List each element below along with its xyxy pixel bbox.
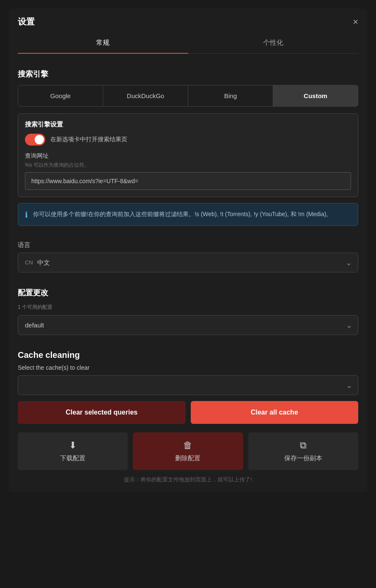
window-header: 设置 ×	[8, 8, 368, 33]
tab-general[interactable]: 常规	[18, 33, 188, 53]
language-select-row: CN 中文 English ⌄	[18, 253, 358, 272]
url-input[interactable]	[25, 172, 351, 190]
language-select[interactable]: 中文 English	[37, 253, 351, 272]
query-url-label: 查询网址	[25, 152, 351, 160]
save-copy-button[interactable]: ⧉ 保存一份副本	[248, 432, 358, 470]
search-settings-title: 搜索引擎设置	[25, 121, 351, 129]
tab-bar: 常规 个性化	[18, 33, 358, 54]
config-section: 配置更改 1 个可用的配置 default ⌄	[8, 280, 368, 335]
cache-subtitle: Select the cache(s) to clear	[18, 364, 358, 371]
config-select-wrapper: default ⌄	[18, 315, 358, 335]
delete-label: 删除配置	[175, 454, 200, 462]
engine-duckduckgo[interactable]: DuckDuckGo	[103, 85, 188, 106]
config-title: 配置更改	[18, 288, 358, 298]
download-config-button[interactable]: ⬇ 下载配置	[18, 432, 128, 470]
download-icon: ⬇	[69, 440, 77, 451]
trash-icon: 🗑	[183, 440, 192, 451]
cache-cleaning-section: Cache cleaning Select the cache(s) to cl…	[8, 343, 368, 424]
toggle-row: 在新选项卡中打开搜索结果页	[25, 134, 351, 146]
engine-bing[interactable]: Bing	[188, 85, 273, 106]
close-button[interactable]: ×	[353, 17, 358, 27]
search-settings-box: 搜索引擎设置 在新选项卡中打开搜索结果页 查询网址 %s 可以作为查询的占位符。	[18, 113, 358, 197]
query-url-hint: %s 可以作为查询的占位符。	[25, 162, 351, 169]
save-copy-label: 保存一份副本	[284, 454, 322, 462]
engine-custom[interactable]: Custom	[273, 85, 358, 106]
config-select[interactable]: default	[18, 315, 358, 335]
search-engine-section: 搜索引擎 Google DuckDuckGo Bing Custom 搜索引擎设…	[8, 54, 368, 226]
settings-window: 设置 × 常规 个性化 搜索引擎 Google DuckDuckGo Bing …	[8, 8, 368, 492]
cache-buttons: Clear selected queries Clear all cache	[18, 401, 358, 424]
info-icon: ℹ	[25, 210, 28, 220]
cache-section-title: Cache cleaning	[18, 350, 358, 360]
delete-config-button[interactable]: 🗑 删除配置	[133, 432, 243, 470]
new-tab-toggle[interactable]	[25, 134, 45, 146]
download-label: 下载配置	[60, 454, 85, 462]
info-text: 你可以使用多个前缀!在你的查询前加入这些前缀将过滤结果。!s (Web), !t…	[33, 209, 332, 219]
lang-prefix: CN	[25, 259, 33, 266]
engine-google[interactable]: Google	[18, 85, 103, 106]
engine-options: Google DuckDuckGo Bing Custom	[18, 85, 358, 107]
tab-personalization[interactable]: 个性化	[188, 33, 359, 53]
clear-selected-button[interactable]: Clear selected queries	[18, 401, 186, 424]
toggle-label: 在新选项卡中打开搜索结果页	[50, 136, 127, 143]
window-title: 设置	[18, 16, 35, 27]
copy-icon: ⧉	[300, 440, 307, 451]
footer-hint: 提示：将你的配置文件拖放到页面上，就可以上传了!	[8, 470, 368, 484]
action-buttons: ⬇ 下载配置 🗑 删除配置 ⧉ 保存一份副本	[18, 432, 358, 470]
clear-all-button[interactable]: Clear all cache	[191, 401, 359, 424]
cache-select[interactable]	[18, 375, 358, 395]
language-label: 语言	[18, 241, 358, 249]
config-subtitle: 1 个可用的配置	[18, 304, 358, 311]
cache-select-wrapper: ⌄	[18, 375, 358, 395]
info-box: ℹ 你可以使用多个前缀!在你的查询前加入这些前缀将过滤结果。!s (Web), …	[18, 203, 358, 226]
language-section: 语言 CN 中文 English ⌄	[8, 234, 368, 272]
search-engine-title: 搜索引擎	[18, 69, 358, 79]
